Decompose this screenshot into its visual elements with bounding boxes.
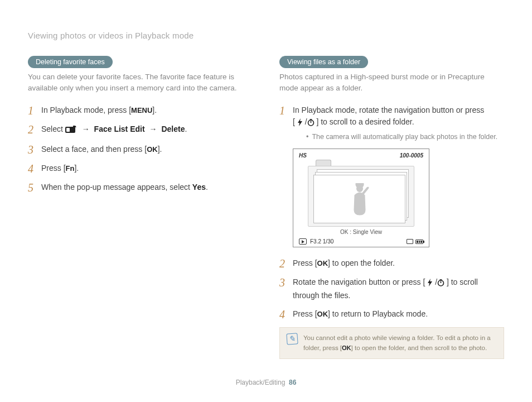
step-3: 3 Select a face, and then press [OK]. [28,143,253,156]
steps-right: 1 In Playback mode, rotate the navigatio… [279,104,504,142]
two-column-layout: Deleting favorite faces You can delete y… [28,56,504,359]
step-body: Press [OK] to open the folder. [293,257,504,269]
step-body: In Playback mode, press [MENU]. [41,104,253,116]
arrow-icon: → [147,125,159,133]
page-header: Viewing photos or videos in Playback mod… [28,31,504,40]
svg-rect-1 [66,128,70,132]
manual-page: Viewing photos or videos in Playback mod… [0,0,532,402]
card-icon [407,239,413,244]
fn-button-label: Fn [66,164,75,173]
steps-right-2: 2 Press [OK] to open the folder. 3 Rotat… [279,257,504,320]
file-counter: 100-0005 [400,152,423,159]
step-1: 1 In Playback mode, rotate the navigatio… [279,104,504,142]
ok-button-label: OK [342,344,351,351]
page-number: 86 [289,379,296,386]
left-column: Deleting favorite faces You can delete y… [28,56,253,359]
right-column: Viewing files as a folder Photos capture… [279,56,504,359]
section-pill-viewing: Viewing files as a folder [279,56,368,68]
camera-icon [65,125,78,137]
timer-icon [307,118,315,130]
lead-text: You can delete your favorite faces. The … [28,71,253,94]
sub-bullet: The camera will automatically play back … [306,132,504,142]
steps-left: 1 In Playback mode, press [MENU]. 2 Sele… [28,104,253,194]
step-number: 1 [279,104,287,117]
step-3: 3 Rotate the navigation button or press … [279,276,504,302]
step-number: 5 [28,181,36,194]
timer-icon [437,278,444,290]
step-1: 1 In Playback mode, press [MENU]. [28,104,253,117]
step-number: 2 [279,257,287,270]
note-text: You cannot edit a photo while viewing a … [303,333,497,353]
step-4: 4 Press [Fn]. [28,162,253,175]
step-number: 4 [279,308,287,320]
flash-icon [297,118,303,130]
step-number: 1 [28,104,36,117]
step-2: 2 Press [OK] to open the folder. [279,257,504,270]
step-5: 5 When the pop-up message appears, selec… [28,181,253,194]
screen-caption: OK : Single View [298,229,424,235]
svg-point-5 [356,185,363,192]
exposure-readout: F3.2 1/30 [310,238,333,245]
step-body: Press [OK] to return to Playback mode. [293,308,504,320]
play-icon [299,238,307,245]
step-number: 3 [279,276,287,289]
step-body: When the pop-up message appears, select … [41,181,253,193]
menu-button-label: MENU [131,106,152,114]
camera-screen-illustration: HS 100-0005 [293,149,429,247]
step-body: In Playback mode, rotate the navigation … [293,104,504,142]
page-footer: Playback/Editing 86 [0,379,532,386]
face-list-edit-label: Face List Edit [94,125,145,133]
ok-button-label: OK [317,259,328,267]
step-number: 3 [28,143,36,156]
ok-button-label: OK [317,310,328,318]
step-4: 4 Press [OK] to return to Playback mode. [279,308,504,320]
lead-text: Photos captured in a High-speed burst mo… [279,71,504,94]
folder-graphic [308,160,414,227]
yes-label: Yes [192,183,206,192]
note-icon: ✎ [286,333,298,345]
flash-icon [427,278,433,290]
section-name: Playback/Editing [236,379,286,386]
ok-button-label: OK [147,145,158,154]
step-2: 2 Select → Face List Edit → Delete. [28,123,253,137]
hs-badge: HS [299,152,307,159]
step-body: Select → Face List Edit → Delete. [41,123,253,137]
person-silhouette-icon [348,183,371,216]
step-number: 2 [28,123,36,136]
note-box: ✎ You cannot edit a photo while viewing … [279,327,504,359]
step-body: Rotate the navigation button or press [ … [293,276,504,302]
step-body: Select a face, and then press [OK]. [41,143,253,155]
battery-icon [415,240,423,244]
step-body: Press [Fn]. [41,162,253,174]
arrow-icon: → [80,125,92,133]
delete-label: Delete [161,125,185,133]
section-pill-deleting: Deleting favorite faces [28,56,113,68]
step-number: 4 [28,162,36,175]
